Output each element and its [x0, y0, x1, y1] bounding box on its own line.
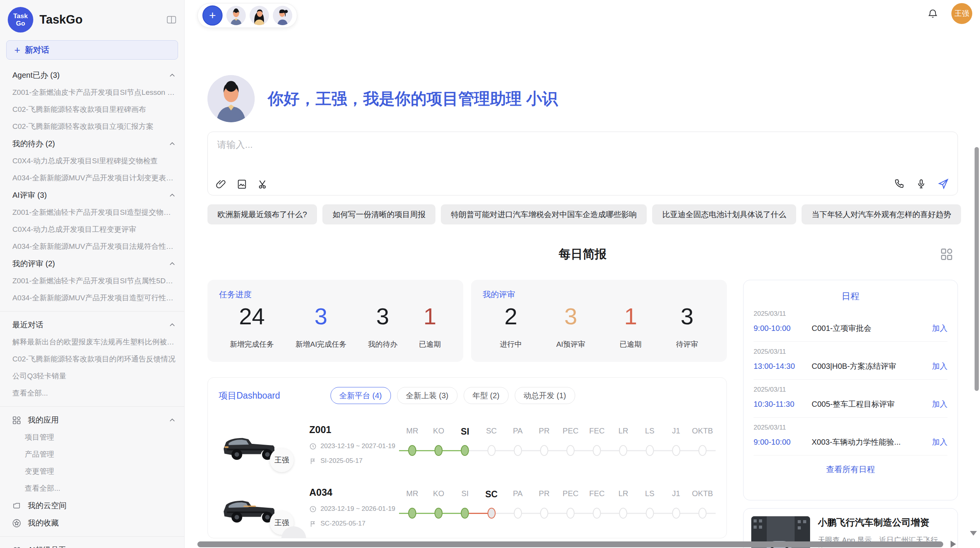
- input-left-icons: [216, 179, 268, 190]
- project-flag: SC-2025-05-17: [309, 520, 399, 527]
- my-review-card: 我的评审 2 进行中 3 AI预评审 1 已逾期 3 待评审: [471, 280, 727, 362]
- sidebar-chat-item[interactable]: C0X4-动力总成开发项目工程变更评审: [0, 221, 184, 238]
- join-button[interactable]: 加入: [932, 437, 947, 447]
- attachment-icon[interactable]: [216, 179, 226, 190]
- agent-avatar-2[interactable]: [250, 6, 269, 25]
- chevron-up-icon[interactable]: [169, 140, 176, 147]
- chevron-up-icon[interactable]: [169, 260, 176, 267]
- scroll-down-arrow-icon[interactable]: [970, 531, 977, 536]
- tab-new-body[interactable]: 全新上装 (3): [397, 387, 457, 404]
- sidebar-chat-item[interactable]: C02-飞腾新能源轻客改款项目里程碑画布: [0, 101, 184, 118]
- group-ai-review[interactable]: AI评审 (3): [0, 187, 184, 204]
- group-my-review[interactable]: 我的评审 (2): [0, 255, 184, 272]
- milestone-track: MRKOSISCPAPRPECFECLRLSJ1OKTB: [399, 489, 716, 519]
- sidebar-collapse-icon[interactable]: [166, 15, 176, 25]
- sidebar-item-project-mgmt[interactable]: 项目管理: [0, 429, 184, 446]
- schedule-event-title: C001-立项审批会: [812, 323, 927, 334]
- new-chat-button[interactable]: + 新对话: [6, 40, 178, 60]
- milestone-sc: SC: [478, 489, 505, 519]
- tab-powertrain[interactable]: 动总开发 (1): [515, 387, 575, 404]
- chat-input[interactable]: [216, 139, 949, 151]
- card-title: 任务进度: [219, 289, 452, 300]
- sidebar-chat-item[interactable]: 公司Q3轻卡销量: [0, 368, 184, 385]
- plus-icon: +: [14, 44, 20, 56]
- sidebar-chat-item[interactable]: C02-飞腾新能源轻客改款项目立项汇报方案: [0, 118, 184, 135]
- milestone-dot: [593, 508, 601, 519]
- flag-icon: [309, 520, 317, 527]
- suggestion-chip[interactable]: 当下年轻人对汽车外观有怎样的喜好趋势: [802, 204, 961, 224]
- sidebar-chat-item[interactable]: Z001-全新燃油轻卡产品开发项目SI节点属性5D文件评审: [0, 272, 184, 289]
- project-name[interactable]: A034: [309, 487, 399, 498]
- milestone-mr: MR: [399, 426, 425, 457]
- chevron-up-icon[interactable]: [169, 72, 176, 79]
- sidebar-chat-item[interactable]: A034-全新新能源MUV产品开发项目法规符合性评审: [0, 238, 184, 255]
- suggestion-chip[interactable]: 比亚迪全固态电池计划具体说了什么: [652, 204, 796, 224]
- project-name[interactable]: Z001: [309, 424, 399, 435]
- flag-icon: [309, 457, 317, 465]
- chevron-up-icon[interactable]: [169, 192, 176, 199]
- stat-my-todo: 3 我的待办: [368, 304, 397, 349]
- sidebar-chat-item[interactable]: Z001-全新燃油轻卡产品开发项目SI造型提交物评审: [0, 204, 184, 221]
- group-my-todo[interactable]: 我的待办 (2): [0, 135, 184, 152]
- sidebar-item-label: 我的云空间: [28, 500, 67, 511]
- chevron-up-icon[interactable]: [169, 417, 176, 424]
- sidebar-item-change-mgmt[interactable]: 变更管理: [0, 463, 184, 480]
- sidebar-view-all-recent[interactable]: 查看全部...: [0, 385, 184, 402]
- sidebar-item-ai-employee[interactable]: AI超级员工: [0, 541, 184, 548]
- suggestion-chip[interactable]: 欧洲新规最近颁布了什么?: [207, 204, 317, 224]
- image-icon[interactable]: [236, 179, 247, 190]
- greeting-text: 你好，王强，我是你的项目管理助理 小识: [268, 88, 558, 110]
- agent-avatar-1[interactable]: [226, 6, 246, 25]
- stat-value: 3: [376, 304, 389, 329]
- milestone-track: MRKOSISCPAPRPECFECLRLSJ1OKTB: [399, 426, 716, 457]
- notification-bell-icon[interactable]: [927, 8, 938, 19]
- add-agent-button[interactable]: +: [202, 5, 223, 26]
- milestone-dot: [514, 445, 522, 456]
- tab-new-platform[interactable]: 全新平台 (4): [331, 387, 391, 404]
- microphone-icon[interactable]: [916, 178, 927, 189]
- sidebar-item-favorites[interactable]: 我的收藏: [0, 514, 184, 532]
- vertical-scrollbar[interactable]: [975, 147, 979, 391]
- join-button[interactable]: 加入: [932, 323, 947, 334]
- milestone-dot: [698, 508, 706, 519]
- group-agent-done[interactable]: Agent已办 (3): [0, 67, 184, 84]
- project-info: Z001 2023-12-19 ~ 2027-01-19 SI-2025-05-…: [309, 424, 399, 465]
- sidebar-chat-item[interactable]: A034-全新新能源MUV产品开发项目计划变更表编写: [0, 170, 184, 187]
- sidebar-item-my-apps[interactable]: 我的应用: [0, 411, 184, 429]
- schedule-title: 日程: [754, 290, 947, 302]
- agent-avatar-3[interactable]: [273, 6, 292, 25]
- project-row: 王强 A034 2023-12-19 ~ 2026-01-19 SC-2025-…: [219, 487, 716, 529]
- view-all-schedule-link[interactable]: 查看所有日程: [754, 456, 947, 483]
- send-icon[interactable]: [937, 178, 949, 190]
- user-avatar[interactable]: 王强: [951, 3, 972, 24]
- scroll-right-arrow-icon[interactable]: [951, 541, 956, 548]
- milestone-dot: [619, 508, 627, 519]
- sidebar-chat-item[interactable]: A034-全新新能源MUV产品开发项目造型可行性评审: [0, 289, 184, 307]
- sidebar-item-label: 我的收藏: [28, 518, 59, 528]
- suggestion-chip[interactable]: 如何写一份清晰的项目周报: [322, 204, 435, 224]
- group-label: 我的评审 (2): [12, 259, 55, 269]
- sidebar-chat-item[interactable]: C02-飞腾新能源轻客改款项目的闭环通告反馈情况: [0, 351, 184, 368]
- sidebar-chat-item[interactable]: 解释最新出台的欧盟报废车法规再生塑料比例被调至15%...: [0, 334, 184, 351]
- sidebar-view-all-apps[interactable]: 查看全部...: [0, 480, 184, 497]
- scissors-icon[interactable]: [257, 179, 268, 190]
- sidebar-chat-item[interactable]: C0X4-动力总成开发项目SI里程碑提交物检查: [0, 152, 184, 170]
- tab-year-model[interactable]: 年型 (2): [464, 387, 509, 404]
- phone-icon[interactable]: [894, 178, 905, 189]
- join-button[interactable]: 加入: [932, 399, 947, 409]
- horizontal-scrollbar[interactable]: [197, 541, 943, 547]
- sidebar-item-product-mgmt[interactable]: 产品管理: [0, 446, 184, 463]
- join-button[interactable]: 加入: [932, 361, 947, 372]
- suggestion-chip[interactable]: 特朗普可能对进口汽车增税会对中国车企造成哪些影响: [441, 204, 647, 224]
- chevron-up-icon[interactable]: [169, 322, 176, 329]
- main-area: + 王强 你好，王强，我是你的项目管理助理 小识: [185, 0, 980, 548]
- news-title: 小鹏飞行汽车制造公司增资: [818, 516, 950, 529]
- layout-grid-icon[interactable]: [939, 247, 954, 262]
- sidebar-item-cloud-space[interactable]: 我的云空间: [0, 497, 184, 514]
- schedule-event-title: X003-车辆动力学性能验...: [812, 437, 927, 447]
- group-recent-chats[interactable]: 最近对话: [0, 316, 184, 334]
- milestone-sc: SC: [478, 426, 505, 457]
- sidebar-chat-item[interactable]: Z001-全新燃油皮卡产品开发项目SI节点Lesson Learn报告: [0, 84, 184, 101]
- schedule-date: 2025/03/11: [754, 424, 947, 432]
- schedule-item: 2025/03/11 10:30-11:30 C005-整车工程目标评审 加入: [754, 380, 947, 418]
